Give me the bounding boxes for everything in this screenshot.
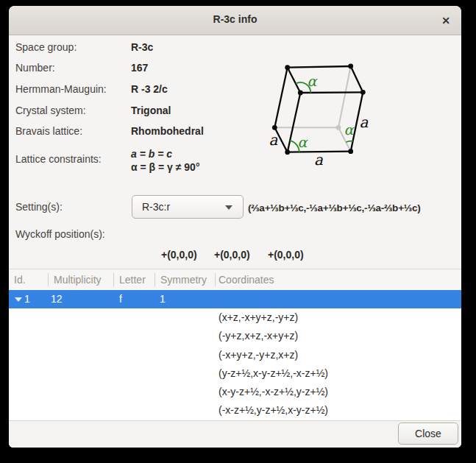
cell-id: 1 xyxy=(24,293,30,305)
lattice-constraints-value: a = b = c α = β = γ ≠ 90° xyxy=(131,147,199,174)
crystal-system-value: Trigonal xyxy=(131,105,171,116)
chevron-down-icon xyxy=(225,205,232,210)
close-button[interactable]: Close xyxy=(398,423,458,445)
column-header-symmetry[interactable]: Symmetry xyxy=(160,274,207,286)
lattice-constraint-angles: α = β = γ ≠ 90° xyxy=(131,160,199,174)
settings-label: Setting(s): xyxy=(15,201,63,213)
alpha-label-bottom: α xyxy=(298,134,308,150)
a-label-right: a xyxy=(360,113,369,131)
wyckoff-offset-1: +(0,0,0) xyxy=(161,249,197,261)
wyckoff-offset-3: +(0,0,0) xyxy=(268,249,304,261)
window-title: R-3c info xyxy=(9,13,461,25)
table-row-selected[interactable]: 1 12 f 1 xyxy=(9,290,461,308)
expander-icon[interactable] xyxy=(15,297,22,302)
close-icon: ✕ xyxy=(441,15,450,26)
a-label-left: a xyxy=(269,131,278,149)
bravais-lattice-value: Rhombohedral xyxy=(131,125,204,137)
lattice-constraint-lengths: a = b = c xyxy=(131,147,199,160)
coordinates-list: (x+z,-x+y+z,-y+z) (-y+z,x+z,-x+y+z) (-x+… xyxy=(9,308,461,420)
action-bar: Close xyxy=(9,420,461,448)
title-bar[interactable]: R-3c info ✕ xyxy=(9,6,461,35)
a-label-bottom: a xyxy=(314,151,323,169)
column-header-coordinates[interactable]: Coordinates xyxy=(219,274,274,286)
column-header-letter[interactable]: Letter xyxy=(119,274,146,286)
coordinate-row[interactable]: (x+z,-x+y+z,-y+z) xyxy=(9,308,461,327)
column-separator xyxy=(48,273,49,286)
settings-selected-value: R-3c:r xyxy=(142,201,170,213)
screen-background: R-3c info ✕ Space group: R-3c Number: 16… xyxy=(0,0,476,463)
column-separator xyxy=(215,273,216,286)
dialog-window: R-3c info ✕ Space group: R-3c Number: 16… xyxy=(9,6,461,448)
cell-edges xyxy=(274,66,363,152)
coordinate-row[interactable]: (y-z+½,x-y-z+½,-x-z+½) xyxy=(9,364,461,383)
number-value: 167 xyxy=(131,62,148,74)
column-separator xyxy=(154,273,155,286)
space-group-label: Space group: xyxy=(15,41,77,53)
settings-dropdown[interactable]: R-3c:r xyxy=(132,195,244,219)
wyckoff-offset-2: +(0,0,0) xyxy=(214,249,250,261)
lattice-constraints-label: Lattice constraints: xyxy=(15,153,102,165)
bravais-lattice-label: Bravais lattice: xyxy=(15,125,82,137)
dialog-content: Space group: R-3c Number: 167 Hermman-Ma… xyxy=(9,35,461,448)
crystal-system-label: Crystal system: xyxy=(15,105,86,116)
hidden-vertex xyxy=(336,125,341,130)
column-header-id[interactable]: Id. xyxy=(14,274,26,286)
alpha-label-right: α xyxy=(344,121,355,138)
cell-letter: f xyxy=(119,293,122,305)
coordinate-row[interactable]: (x-y-z+½,-x-z+½,y-z+½) xyxy=(9,383,461,401)
cell-multiplicity: 12 xyxy=(51,293,63,305)
alpha-label-top: α xyxy=(308,73,318,89)
rhombohedral-cell-diagram: α α α a a a xyxy=(265,52,375,171)
column-header-multiplicity[interactable]: Multiplicity xyxy=(54,274,102,286)
coordinate-row[interactable]: (-x-z+½,y-z+½,x-y-z+½) xyxy=(9,401,461,420)
table-header: Id. Multiplicity Letter Symmetry Coordin… xyxy=(9,269,461,290)
hermann-mauguin-label: Hermman-Mauguin: xyxy=(15,83,107,95)
coordinate-row[interactable]: (-y+z,x+z,-x+y+z) xyxy=(9,327,461,345)
wyckoff-label: Wyckoff position(s): xyxy=(15,228,105,240)
number-label: Number: xyxy=(15,62,55,74)
setting-transformation: (⅔a+⅓b+⅓c,-⅓a+⅓b+⅓c,-⅓a-⅔b+⅓c) xyxy=(248,202,421,213)
space-group-value: R-3c xyxy=(131,41,153,53)
cell-symmetry: 1 xyxy=(160,293,166,305)
window-close-button[interactable]: ✕ xyxy=(436,11,455,30)
coordinate-row[interactable]: (-x+y+z,-y+z,x+z) xyxy=(9,346,461,364)
hermann-mauguin-value: R -3 2/c xyxy=(131,83,168,95)
column-separator xyxy=(113,273,114,286)
